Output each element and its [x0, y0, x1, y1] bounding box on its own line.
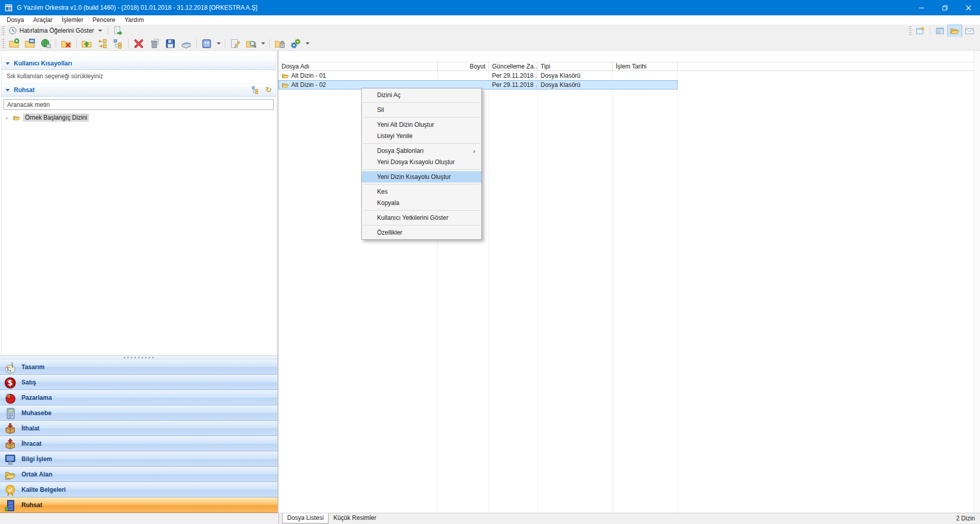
column-header-tipi[interactable]: Tipi	[538, 62, 613, 71]
toolbar-grip-right[interactable]	[908, 26, 912, 35]
folder-new-icon	[9, 38, 19, 49]
context-menu-item-sil[interactable]: Sil	[362, 104, 481, 116]
ruhsat-panel-header[interactable]: Ruhsat ↻	[2, 83, 276, 97]
clock-icon	[9, 27, 17, 35]
title-bar: G Yazılım Orkestra v1.0 (build 1460) - (…	[0, 0, 980, 15]
file-row-alt-dizin-01[interactable]: Alt Dizin - 01Per 29.11.2018 ...Dosya Kl…	[278, 71, 678, 80]
search-folder-button[interactable]	[243, 37, 259, 51]
mail-button[interactable]	[962, 25, 977, 37]
context-menu-item-yeni-dosya-kisayolu-olustur[interactable]: Yeni Dosya Kısayolu Oluştur	[362, 156, 481, 168]
window-button[interactable]	[932, 25, 947, 37]
maximize-button[interactable]	[933, 0, 956, 15]
sidebar-item-ruhsat[interactable]: Ruhsat	[0, 497, 277, 513]
sidebar-item-tasarim[interactable]: Tasarım	[0, 359, 277, 375]
delete-x-button[interactable]	[131, 37, 147, 51]
sidebar-item-muhasebe[interactable]: Muhasebe	[0, 405, 277, 421]
sidebar-item-ithalat[interactable]: İthalat	[0, 421, 277, 436]
chevron-right-icon[interactable]: ›	[6, 114, 13, 122]
sidebar-item-bilgi-islem[interactable]: Bilgi İşlem	[0, 451, 277, 467]
sidebar-item-kalite-belgeleri[interactable]: Kalite Belgeleri	[0, 482, 277, 497]
tab-dosya-listesi[interactable]: Dosya Listesi	[282, 513, 329, 523]
menu-separator	[363, 143, 480, 144]
panel-divider	[278, 513, 279, 524]
file-cell-islem-tarihi	[613, 80, 678, 89]
reminder-label: Hatırlatma Öğelerini Göster	[19, 27, 94, 34]
open-folder-icon	[950, 26, 960, 36]
gears-button[interactable]	[288, 37, 304, 51]
tree-folder-button[interactable]	[110, 37, 126, 51]
folder-new-button[interactable]	[6, 37, 22, 51]
recycle-bin-button[interactable]	[147, 37, 162, 51]
top-toolbar: Hatırlatma Öğelerini Göster	[0, 25, 980, 37]
app-icon	[5, 4, 13, 12]
window-new-button[interactable]	[913, 25, 928, 37]
column-header-islem-tarihi[interactable]: İşlem Tarihi	[613, 62, 678, 71]
sidebar-item-pazarlama[interactable]: Pazarlama	[0, 390, 277, 405]
context-menu-item-ozellikler[interactable]: Özellikler	[362, 227, 481, 238]
menu-dosya[interactable]: Dosya	[2, 16, 29, 24]
sidebar-item-satis[interactable]: $Satış	[0, 375, 277, 390]
open-folder-button[interactable]	[947, 25, 962, 37]
shortcuts-panel-header[interactable]: Kullanıcı Kısayolları	[2, 57, 276, 70]
folder-up-button[interactable]	[79, 37, 95, 51]
image-viewer-button[interactable]	[199, 37, 215, 51]
save-disk-button[interactable]	[162, 37, 178, 51]
drop-hint-text: Sık kullanılan seçeneği sürükleyiniz	[2, 70, 276, 82]
menu-islemler[interactable]: İşlemler	[57, 16, 88, 24]
gears-dropdown[interactable]	[304, 41, 312, 45]
menu-araclar[interactable]: Araçlar	[29, 16, 57, 24]
sidebar-item-label: İthalat	[21, 425, 39, 432]
column-header-boyut[interactable]: Boyut	[438, 62, 489, 71]
hierarchy-icon[interactable]	[251, 86, 260, 95]
move-arrows-button[interactable]	[95, 37, 110, 51]
sidebar-item-label: Ruhsat	[21, 502, 42, 509]
search-input[interactable]	[4, 99, 274, 110]
context-menu-item-kes[interactable]: Kes	[362, 186, 481, 197]
svg-text:$: $	[8, 378, 13, 388]
tree-node-root[interactable]: › Örnek Başlangıç Dizini	[2, 112, 276, 123]
image-viewer-dropdown[interactable]	[215, 41, 223, 45]
context-menu-item-yeni-alt-dizin-olustur[interactable]: Yeni Alt Dizin Oluştur	[362, 119, 481, 130]
toolbar-grip[interactable]	[2, 26, 5, 35]
context-menu-item-kullanici-yetkilerini-goster[interactable]: Kullanıcı Yetkilerini Göster	[362, 212, 481, 223]
context-menu-item-kopyala[interactable]: Kopyala	[362, 197, 481, 209]
ruhsat-header-label: Ruhsat	[14, 86, 35, 94]
sidebar-item-ortak-alan[interactable]: Ortak Alan	[0, 467, 277, 482]
toolbar-separator	[128, 39, 129, 48]
menu-yardim[interactable]: Yardım	[120, 16, 149, 24]
globe-folder-button[interactable]	[38, 37, 54, 51]
file-cell-islem-tarihi	[613, 71, 678, 80]
cabinet-icon	[4, 499, 16, 513]
window-icon	[935, 26, 945, 36]
column-header-dosya-adi[interactable]: Dosya Adı	[278, 62, 438, 71]
refresh-icon[interactable]: ↻	[265, 86, 272, 94]
reminder-toggle-button[interactable]: Hatırlatma Öğelerini Göster	[6, 25, 106, 36]
scanner-button[interactable]	[178, 37, 194, 51]
export-button[interactable]	[110, 24, 126, 37]
scrollbar-track[interactable]	[974, 51, 980, 513]
toolbar-separator	[108, 26, 108, 35]
edit-doc-button[interactable]	[227, 37, 243, 51]
export-box-icon	[4, 438, 16, 452]
context-menu-item-dosya-sablonlari[interactable]: Dosya Şablonları›	[362, 145, 481, 156]
left-panel: Kullanıcı Kısayolları Sık kullanılan seç…	[0, 51, 278, 513]
context-menu-item-yeni-dizin-kisayolu-olustur[interactable]: Yeni Dizin Kısayolu Oluştur	[362, 171, 481, 183]
folder-screen-button[interactable]	[22, 37, 38, 51]
minimize-button[interactable]	[909, 0, 933, 15]
lock-folder-button[interactable]	[272, 37, 288, 51]
context-menu-item-dizini-ac[interactable]: Dizini Aç	[362, 89, 481, 101]
column-grid-line	[537, 71, 538, 513]
context-menu-item-listeyi-yenile[interactable]: Listeyi Yenile	[362, 130, 481, 142]
folder-delete-button[interactable]	[58, 37, 74, 51]
collapse-arrow-icon	[6, 89, 10, 92]
close-button[interactable]	[956, 0, 980, 15]
toolbar-grip[interactable]	[2, 39, 5, 48]
menu-pencere[interactable]: Pencere	[88, 16, 120, 24]
panel-splitter[interactable]	[0, 355, 277, 359]
toolbar-separator	[56, 39, 56, 48]
sidebar-item-ihracat[interactable]: İhracat	[0, 436, 277, 451]
tab-kucuk-resimler[interactable]: Küçük Resimler	[329, 513, 381, 523]
column-header-guncelleme-za[interactable]: Güncelleme Za...	[489, 62, 538, 71]
menu-separator	[363, 210, 480, 211]
search-folder-dropdown[interactable]	[259, 41, 267, 45]
